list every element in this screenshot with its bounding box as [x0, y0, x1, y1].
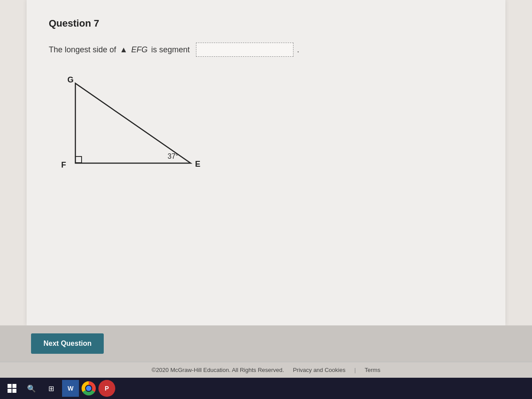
- taskbar-word-button[interactable]: W: [62, 380, 79, 397]
- efg-label: EFG: [131, 45, 148, 55]
- vertex-f-label: F: [61, 160, 66, 169]
- main-content: Question 7 The longest side of ▲ EFG is …: [0, 0, 532, 378]
- next-question-button[interactable]: Next Question: [31, 333, 104, 354]
- footer-divider: |: [354, 367, 356, 373]
- svg-marker-0: [75, 83, 191, 163]
- question-suffix: is segment: [151, 45, 190, 55]
- svg-rect-1: [75, 156, 82, 163]
- answer-input[interactable]: [196, 43, 293, 57]
- triangle-symbol: ▲: [120, 45, 128, 55]
- angle-label: 37°: [168, 153, 178, 160]
- vertex-g-label: G: [67, 75, 74, 84]
- diagram-container: G E F 37°: [53, 70, 222, 194]
- taskbar-grid-button[interactable]: ⊞: [43, 380, 59, 397]
- privacy-link[interactable]: Privacy and Cookies: [293, 367, 346, 373]
- question-prefix: The longest side of: [49, 45, 116, 55]
- taskbar-chrome-button[interactable]: [82, 381, 96, 395]
- question-title: Question 7: [49, 18, 483, 29]
- copyright-text: ©2020 McGraw-Hill Education. All Rights …: [152, 367, 284, 373]
- question-text: The longest side of ▲ EFG is segment .: [49, 43, 483, 57]
- terms-link[interactable]: Terms: [365, 367, 380, 373]
- triangle-diagram: G E F 37°: [53, 70, 222, 194]
- taskbar: 🔍 ⊞ W P: [0, 378, 532, 399]
- content-area: Question 7 The longest side of ▲ EFG is …: [27, 0, 505, 325]
- taskbar-search-button[interactable]: 🔍: [23, 380, 40, 397]
- vertex-e-label: E: [195, 160, 200, 168]
- taskbar-p-button[interactable]: P: [98, 380, 115, 397]
- period: .: [297, 45, 299, 55]
- windows-icon: [8, 384, 16, 393]
- windows-start-button[interactable]: [4, 380, 20, 397]
- footer: ©2020 McGraw-Hill Education. All Rights …: [0, 362, 532, 378]
- bottom-bar: Next Question: [0, 325, 532, 362]
